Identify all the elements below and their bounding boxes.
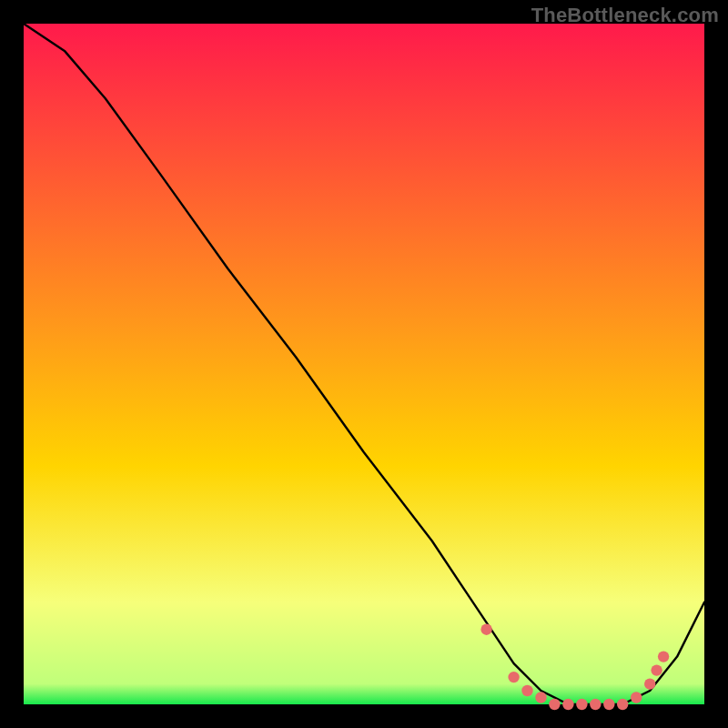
- marker-point: [521, 685, 532, 696]
- marker-point: [651, 664, 662, 675]
- watermark-text: TheBottleneck.com: [531, 4, 719, 27]
- marker-point: [590, 699, 601, 710]
- marker-point: [617, 699, 628, 710]
- chart-frame: TheBottleneck.com: [0, 0, 728, 728]
- marker-point: [644, 678, 655, 689]
- marker-point: [631, 692, 642, 703]
- marker-point: [549, 699, 560, 710]
- marker-point: [603, 699, 614, 710]
- marker-point: [508, 672, 519, 682]
- marker-point: [576, 699, 587, 710]
- marker-point: [535, 692, 546, 703]
- marker-point: [562, 699, 573, 710]
- marker-point: [658, 651, 669, 662]
- marker-point: [480, 624, 491, 635]
- chart-svg: [0, 0, 728, 728]
